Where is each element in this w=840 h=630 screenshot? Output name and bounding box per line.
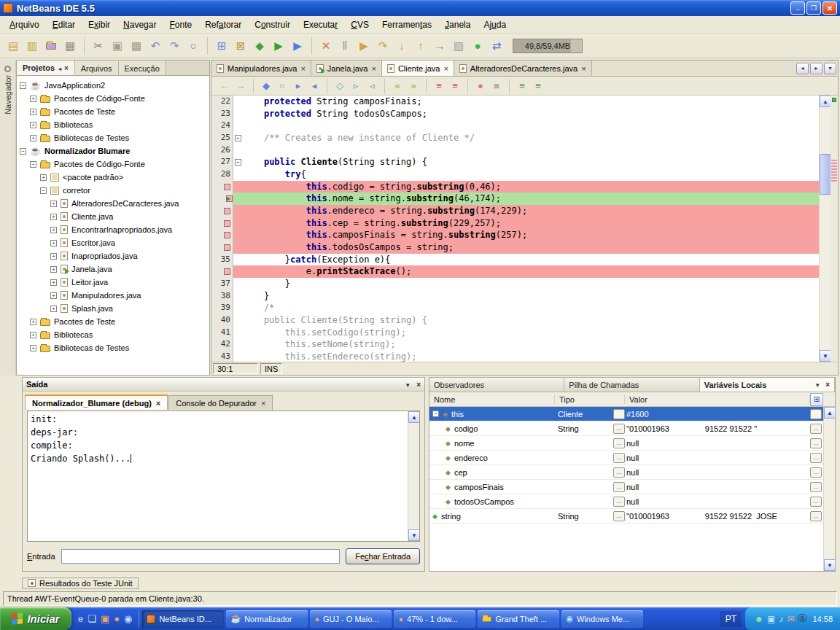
close-input-button[interactable]: Fechar Entrada <box>346 548 420 564</box>
task-button-guj-o-maio[interactable]: ●GUJ - O Maio... <box>310 610 392 628</box>
line-gutter[interactable]: 27 <box>211 156 233 168</box>
toggle-highlight-icon[interactable]: ◇ <box>332 79 347 93</box>
next-occurrence-icon[interactable]: ▹ <box>349 79 363 93</box>
line-gutter[interactable]: 37 <box>211 278 233 290</box>
minimize-icon[interactable] <box>790 1 805 15</box>
undo-icon[interactable]: ↶ <box>147 37 164 55</box>
code-line[interactable]: 41 this.setCodigo(string); <box>211 327 819 339</box>
tree-item-leitor-java[interactable]: +Leitor.java <box>17 276 209 289</box>
fix-code-icon[interactable]: ● <box>469 37 486 55</box>
diff-icon[interactable]: ⇄ <box>488 37 505 55</box>
tree-item-normalizador-blumare[interactable]: −Normalizador Blumare <box>17 144 209 158</box>
scrollbar-thumb[interactable] <box>820 154 831 195</box>
tree-item-inapropriados-java[interactable]: +Inapropriados.java <box>17 249 209 262</box>
code-line[interactable]: ▶ this.nome = string.substring(46,174); <box>211 192 819 205</box>
menu-ferramentas[interactable]: Ferramentas <box>376 18 438 32</box>
find-next-icon[interactable]: ▸ <box>291 79 306 93</box>
code-line[interactable]: 23 protected String todosOsCampos; <box>211 108 819 120</box>
run-project-icon[interactable]: ▶ <box>270 37 287 55</box>
tab-execu-o[interactable]: Execução <box>119 61 166 75</box>
line-gutter[interactable] <box>211 205 233 217</box>
variables-scrollbar[interactable] <box>823 407 835 571</box>
task-button-normalizador[interactable]: ☕Normalizador <box>226 610 308 628</box>
code-line[interactable]: 27− public Cliente(String string) { <box>211 156 819 168</box>
line-gutter[interactable] <box>211 241 233 254</box>
code-line[interactable]: 39 /* <box>211 302 819 314</box>
tree-item-javaapplication2[interactable]: −JavaApplication2 <box>17 79 209 92</box>
close-tab-icon[interactable] <box>156 399 160 408</box>
line-gutter[interactable] <box>211 229 233 241</box>
network-icon[interactable]: ▣ <box>767 614 775 624</box>
new-project-icon[interactable]: ▥ <box>23 37 41 55</box>
tree-expander-icon[interactable]: + <box>50 306 57 312</box>
tree-expander-icon[interactable]: + <box>50 266 57 273</box>
close-window-icon[interactable] <box>825 381 830 389</box>
tree-expander-icon[interactable]: − <box>432 411 439 417</box>
tab-arquivos[interactable]: Arquivos <box>75 61 119 75</box>
show-desktop-icon[interactable]: ❏ <box>88 613 96 624</box>
code-editor[interactable]: 22 protected String camposFinais;23 prot… <box>211 96 838 362</box>
tree-expander-icon[interactable]: + <box>30 96 36 102</box>
tab-projetos[interactable]: Projetos <box>17 61 75 75</box>
tree-expander-icon[interactable]: + <box>50 227 57 233</box>
navigator-vertical-tab[interactable]: Navegador <box>1 66 14 114</box>
menu-navegar[interactable]: Navegar <box>117 18 163 32</box>
task-button-47-1-dow[interactable]: ●47% - 1 dow... <box>394 610 475 628</box>
code-fold-icon[interactable]: − <box>235 135 241 141</box>
previous-occurrence-icon[interactable]: ◃ <box>365 79 379 93</box>
edit-value-button[interactable]: … <box>810 482 822 492</box>
output-window-header[interactable]: Saída <box>23 378 424 392</box>
line-gutter[interactable]: 26 <box>211 144 233 157</box>
cut-icon[interactable]: ✂ <box>90 37 107 55</box>
editor-tab-cliente-java[interactable]: Cliente.java <box>382 61 454 76</box>
stop-debug-icon[interactable]: ✕ <box>317 37 335 55</box>
scroll-up-icon[interactable] <box>820 96 831 107</box>
code-line[interactable]: e.printStackTrace(); <box>211 265 819 278</box>
junit-results-button[interactable]: Resultados do Teste JUnit <box>22 578 139 589</box>
variable-row-todososcampos[interactable]: ◆todosOsCampos…null… <box>429 494 823 509</box>
menu-fonte[interactable]: Fonte <box>163 18 198 32</box>
code-line[interactable]: this.endereco = string.substring(174,229… <box>211 205 819 217</box>
line-gutter[interactable] <box>211 265 233 278</box>
close-tab-icon[interactable] <box>581 64 586 73</box>
line-gutter[interactable]: 38 <box>211 290 233 303</box>
line-gutter[interactable]: 39 <box>211 302 233 314</box>
shift-left-icon[interactable]: « <box>390 79 405 93</box>
column-header-tipo[interactable]: Tipo <box>555 395 625 404</box>
scroll-up-icon[interactable] <box>824 407 836 419</box>
task-button-windows-me[interactable]: ◉Windows Me... <box>561 610 643 628</box>
line-gutter[interactable] <box>211 181 233 193</box>
column-header-valor[interactable]: Valor <box>625 395 810 404</box>
tree-expander-icon[interactable]: − <box>20 148 26 155</box>
scroll-up-icon[interactable] <box>408 411 420 423</box>
editor-tab-manipuladores-java[interactable]: Manipuladores.java <box>211 61 311 76</box>
close-window-icon[interactable] <box>64 63 69 72</box>
variable-row-cep[interactable]: ◆cep…null… <box>429 465 823 480</box>
variable-row-this[interactable]: −◆thisCliente#1600 <box>429 407 823 421</box>
line-gutter[interactable] <box>211 217 233 230</box>
close-window-icon[interactable] <box>416 381 421 389</box>
new-watch-icon[interactable]: ■ <box>489 79 504 93</box>
tree-item-bibliotecas-de-testes[interactable]: +Bibliotecas de Testes <box>17 131 209 144</box>
comment-icon[interactable]: ≡ <box>432 79 446 93</box>
code-line[interactable]: this.cep = string.substring(229,257); <box>211 217 819 230</box>
run-to-cursor-icon[interactable]: → <box>431 37 448 55</box>
redo-icon[interactable]: ↷ <box>166 37 183 55</box>
line-gutter[interactable]: 24 <box>211 120 233 132</box>
menu-cvs[interactable]: CVS <box>344 18 376 32</box>
tree-item-corretor[interactable]: −corretor <box>17 184 209 197</box>
expand-value-button[interactable] <box>613 409 625 419</box>
code-line[interactable]: 43 this.setEndereco(string); <box>211 351 819 362</box>
line-gutter[interactable]: 41 <box>211 327 233 339</box>
debug-input-field[interactable] <box>61 549 341 564</box>
debug-project-icon[interactable]: ▶ <box>289 37 306 55</box>
editor-tab-janela-java[interactable]: Janela.java <box>311 61 382 76</box>
tree-expander-icon[interactable]: + <box>50 292 57 299</box>
variable-row-endereco[interactable]: ◆endereco…null… <box>429 451 823 465</box>
variable-row-codigo[interactable]: ◆codigoString…"010001963 91522 91522 "… <box>429 421 823 436</box>
firefox-icon[interactable]: ● <box>114 613 120 624</box>
scroll-tabs-left-icon[interactable] <box>796 63 809 74</box>
new-file-icon[interactable]: ▤ <box>4 37 22 55</box>
task-button-netbeans-id[interactable]: NetBeans ID... <box>142 610 224 628</box>
expand-value-button[interactable]: … <box>613 497 625 507</box>
